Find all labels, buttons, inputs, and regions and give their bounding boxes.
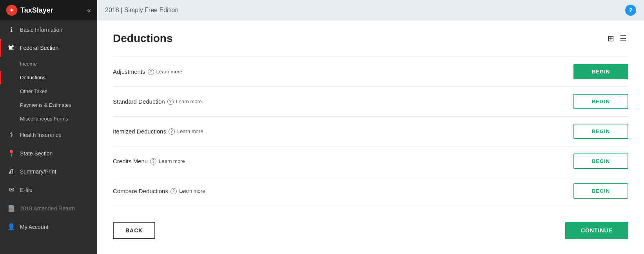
help-button[interactable]: ? xyxy=(625,5,636,16)
content-header: Deductions ⊞ ☰ xyxy=(113,32,628,45)
begin-button-1[interactable]: BEGIN xyxy=(573,94,628,109)
deduction-name-4: Compare Deductions xyxy=(113,188,168,194)
sidebar-item-health-insurance[interactable]: ⚕ Health Insurance xyxy=(0,126,97,144)
learn-more-link-4[interactable]: Learn more xyxy=(179,188,205,194)
learn-more-link-0[interactable]: Learn more xyxy=(156,69,182,75)
print-icon: 🖨 xyxy=(7,168,15,175)
sidebar-sub-deductions[interactable]: Deductions xyxy=(0,71,97,84)
sidebar-label-efile: E-file xyxy=(20,187,33,193)
location-icon: 📍 xyxy=(7,150,15,157)
sidebar-item-efile[interactable]: ✉ E-file xyxy=(0,181,97,199)
question-icon-1[interactable]: ? xyxy=(167,99,174,105)
page-title: Deductions xyxy=(113,32,172,45)
health-icon: ⚕ xyxy=(7,131,15,139)
deduction-row: Adjustments ? Learn more BEGIN xyxy=(113,57,628,87)
sidebar-sub-misc-forms[interactable]: Miscellaneous Forms xyxy=(0,112,97,126)
question-icon-2[interactable]: ? xyxy=(169,128,175,135)
back-button[interactable]: BACK xyxy=(113,222,155,239)
sidebar-sub-other-taxes[interactable]: Other Taxes xyxy=(0,84,97,98)
deduction-label-3: Credits Menu ? Learn more xyxy=(113,158,185,164)
sidebar-label-basic-info: Basic Information xyxy=(20,27,62,33)
bottom-actions: BACK CONTINUE xyxy=(113,218,628,239)
learn-more-link-1[interactable]: Learn more xyxy=(176,99,202,104)
send-icon: ✉ xyxy=(7,186,15,194)
sidebar-item-my-account[interactable]: 👤 My Account xyxy=(0,217,97,236)
sidebar-item-summary-print[interactable]: 🖨 Summary/Print xyxy=(0,163,97,181)
logo-icon: ✦ xyxy=(6,5,17,16)
sidebar-item-amended[interactable]: 📄 2018 Amended Return xyxy=(0,199,97,217)
sidebar-item-federal-section[interactable]: 🏛 Federal Section xyxy=(0,39,97,57)
main-area: 2018 | Simply Free Edition ? Deductions … xyxy=(97,0,644,254)
learn-more-link-3[interactable]: Learn more xyxy=(159,158,185,164)
begin-button-2[interactable]: BEGIN xyxy=(573,124,628,139)
collapse-button[interactable]: « xyxy=(87,6,91,15)
sidebar-item-state-section[interactable]: 📍 State Section xyxy=(0,144,97,163)
sidebar-sub-payments[interactable]: Payments & Estimates xyxy=(0,98,97,112)
sidebar: ✦ TaxSlayer « ℹ Basic Information 🏛 Fede… xyxy=(0,0,97,254)
sidebar-label-federal-section: Federal Section xyxy=(20,45,58,51)
sidebar-label-amended: 2018 Amended Return xyxy=(20,205,75,212)
topbar-title: 2018 | Simply Free Edition xyxy=(105,7,178,14)
deduction-name-2: Itemized Deductions xyxy=(113,128,166,135)
user-icon: 👤 xyxy=(7,223,15,230)
content-area: Deductions ⊞ ☰ Adjustments ? Learn more … xyxy=(97,20,644,254)
begin-button-4[interactable]: BEGIN xyxy=(573,183,628,199)
document-icon: 📄 xyxy=(7,205,15,212)
grid-view-button[interactable]: ⊞ xyxy=(606,32,616,45)
deduction-label-0: Adjustments ? Learn more xyxy=(113,68,182,75)
question-icon-0[interactable]: ? xyxy=(148,69,154,75)
view-toggle: ⊞ ☰ xyxy=(606,32,628,45)
question-icon-3[interactable]: ? xyxy=(150,158,156,164)
deduction-label-1: Standard Deduction ? Learn more xyxy=(113,98,202,105)
continue-button[interactable]: CONTINUE xyxy=(565,222,628,239)
deduction-name-1: Standard Deduction xyxy=(113,98,165,105)
deduction-label-2: Itemized Deductions ? Learn more xyxy=(113,128,203,135)
sidebar-sub-income[interactable]: Income xyxy=(0,57,97,71)
begin-button-0[interactable]: BEGIN xyxy=(573,64,628,79)
deduction-label-4: Compare Deductions ? Learn more xyxy=(113,188,205,194)
logo-area: ✦ TaxSlayer xyxy=(6,5,53,16)
deduction-row: Itemized Deductions ? Learn more BEGIN xyxy=(113,117,628,146)
begin-button-3[interactable]: BEGIN xyxy=(573,153,628,169)
sidebar-label-state-section: State Section xyxy=(20,150,53,157)
deduction-name-0: Adjustments xyxy=(113,68,145,75)
learn-more-link-2[interactable]: Learn more xyxy=(177,128,203,134)
logo-icon-text: ✦ xyxy=(9,7,14,13)
list-view-button[interactable]: ☰ xyxy=(618,32,628,45)
sidebar-header: ✦ TaxSlayer « xyxy=(0,0,97,20)
deduction-rows: Adjustments ? Learn more BEGIN Standard … xyxy=(113,57,628,206)
topbar: 2018 | Simply Free Edition ? xyxy=(97,0,644,20)
sidebar-label-summary-print: Summary/Print xyxy=(20,168,56,175)
bank-icon: 🏛 xyxy=(7,44,15,51)
deduction-row: Credits Menu ? Learn more BEGIN xyxy=(113,146,628,176)
deduction-name-3: Credits Menu xyxy=(113,158,148,164)
sidebar-label-my-account: My Account xyxy=(20,224,48,230)
deduction-row: Compare Deductions ? Learn more BEGIN xyxy=(113,176,628,206)
deduction-row: Standard Deduction ? Learn more BEGIN xyxy=(113,87,628,117)
question-icon-4[interactable]: ? xyxy=(171,188,177,194)
logo-text: TaxSlayer xyxy=(20,6,53,15)
info-icon: ℹ xyxy=(7,26,15,33)
sidebar-item-basic-info[interactable]: ℹ Basic Information xyxy=(0,20,97,39)
sidebar-label-health-insurance: Health Insurance xyxy=(20,132,62,138)
